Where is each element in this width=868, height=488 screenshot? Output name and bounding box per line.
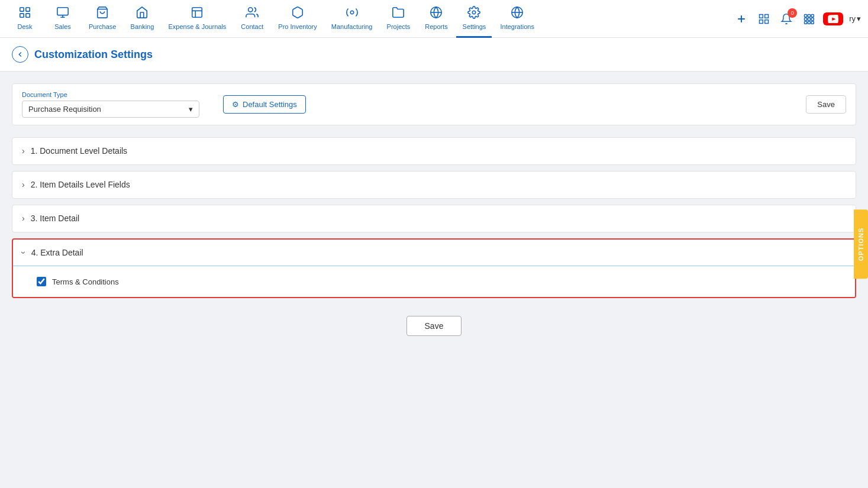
nav-item-projects[interactable]: Projects [380, 0, 416, 38]
integrations-icon [511, 6, 524, 22]
accordion-title-2: 2. Item Details Level Fields [31, 180, 130, 189]
accordion-chevron-1: › [22, 146, 25, 156]
nav-item-desk[interactable]: Desk [7, 0, 43, 38]
svg-rect-27 [811, 18, 814, 20]
page-title: Customization Settings [34, 49, 153, 61]
options-tab-label: OPTIONS [854, 209, 868, 279]
accordion-section-1: › 1. Document Level Details [12, 137, 856, 165]
svg-rect-28 [805, 21, 807, 24]
svg-rect-2 [20, 13, 24, 17]
accordion-title-4: 4. Extra Detail [31, 248, 83, 257]
nav-label-settings: Settings [463, 23, 486, 30]
svg-rect-24 [811, 14, 814, 17]
accordion-header-3[interactable]: › 3. Item Detail [12, 205, 856, 232]
nav-label-manufacturing: Manufacturing [331, 23, 373, 30]
document-type-chevron-icon: ▾ [189, 105, 193, 114]
banking-icon [135, 6, 149, 22]
nav-label-expense: Expense & Journals [168, 23, 226, 30]
nav-item-sales[interactable]: Sales [45, 0, 80, 38]
nav-item-banking[interactable]: Banking [124, 0, 160, 38]
user-label: ry [849, 14, 856, 23]
accordion-section-2: › 2. Item Details Level Fields [12, 171, 856, 199]
top-navigation: Desk Sales Purchase Banking Expense & Jo… [0, 0, 868, 38]
svg-rect-30 [811, 21, 814, 24]
projects-icon [392, 6, 405, 22]
svg-rect-25 [805, 18, 807, 20]
nav-item-purchase[interactable]: Purchase [83, 0, 122, 38]
document-type-field: Document Type Purchase Requisition ▾ [22, 91, 211, 118]
svg-rect-22 [805, 14, 807, 17]
svg-point-10 [350, 11, 354, 14]
document-type-label: Document Type [22, 91, 211, 98]
svg-rect-1 [26, 7, 30, 11]
nav-item-integrations[interactable]: Integrations [494, 0, 540, 38]
default-settings-label: Default Settings [243, 100, 297, 109]
desk-icon [18, 6, 31, 22]
nav-item-proinventory[interactable]: Pro Inventory [272, 0, 322, 38]
document-type-select[interactable]: Purchase Requisition ▾ [22, 101, 199, 118]
save-section: Save [12, 304, 856, 348]
svg-rect-21 [765, 20, 769, 23]
terms-conditions-row: Terms & Conditions [37, 273, 831, 290]
save-button-bottom[interactable]: Save [406, 316, 462, 336]
sales-icon [56, 6, 69, 22]
accordion-header-1[interactable]: › 1. Document Level Details [12, 138, 856, 164]
terms-conditions-label: Terms & Conditions [52, 277, 119, 286]
document-type-row: Document Type Purchase Requisition ▾ ⚙ D… [12, 83, 856, 125]
document-type-value: Purchase Requisition [28, 105, 101, 114]
notification-badge: 0 [788, 8, 797, 18]
svg-rect-26 [808, 18, 810, 20]
svg-point-13 [473, 11, 476, 14]
notification-button[interactable]: 0 [778, 11, 795, 27]
nav-item-manufacturing[interactable]: Manufacturing [325, 0, 379, 38]
accordion-body-4: Terms & Conditions [13, 266, 855, 297]
nav-label-banking: Banking [131, 23, 154, 30]
nav-item-reports[interactable]: Reports [418, 0, 454, 38]
accordion-header-2[interactable]: › 2. Item Details Level Fields [12, 172, 856, 198]
svg-rect-18 [760, 14, 763, 18]
terms-conditions-checkbox[interactable] [37, 277, 46, 286]
user-menu-button[interactable]: ry ▾ [849, 14, 861, 23]
manufacturing-icon [346, 6, 359, 22]
svg-point-9 [249, 7, 253, 11]
svg-rect-23 [808, 14, 810, 17]
nav-item-settings[interactable]: Settings [456, 0, 492, 38]
svg-rect-29 [808, 21, 810, 24]
grid-view-button[interactable] [756, 11, 772, 27]
nav-label-reports: Reports [425, 23, 448, 30]
nav-item-contact[interactable]: Contact [234, 0, 270, 38]
nav-label-proinventory: Pro Inventory [278, 23, 317, 30]
add-button[interactable] [733, 11, 750, 27]
svg-rect-6 [192, 7, 202, 17]
nav-items: Desk Sales Purchase Banking Expense & Jo… [7, 0, 733, 38]
nav-label-sales: Sales [54, 23, 71, 30]
nav-label-integrations: Integrations [500, 23, 534, 30]
page-header: Customization Settings [0, 38, 868, 72]
nav-label-contact: Contact [241, 23, 263, 30]
nav-label-desk: Desk [17, 23, 32, 30]
apps-grid-button[interactable] [801, 11, 817, 27]
nav-label-projects: Projects [387, 23, 411, 30]
svg-rect-0 [20, 7, 24, 11]
accordion-header-4[interactable]: › 4. Extra Detail [13, 240, 855, 266]
options-sidebar[interactable]: OPTIONS [854, 209, 868, 279]
nav-label-purchase: Purchase [89, 23, 116, 30]
svg-rect-4 [57, 7, 68, 15]
accordion-chevron-4: › [19, 251, 28, 254]
svg-rect-20 [760, 20, 763, 23]
settings-body: Document Type Purchase Requisition ▾ ⚙ D… [0, 72, 868, 360]
settings-icon [467, 6, 480, 22]
youtube-button[interactable] [823, 12, 843, 25]
accordion-title-1: 1. Document Level Details [31, 146, 127, 156]
reports-icon [430, 6, 443, 22]
nav-item-expense[interactable]: Expense & Journals [162, 0, 232, 38]
proinventory-icon [291, 6, 304, 22]
purchase-icon [96, 6, 109, 22]
nav-right: 0 ry ▾ [733, 11, 861, 27]
accordion-section-3: › 3. Item Detail [12, 205, 856, 232]
page-content: Customization Settings Document Type Pur… [0, 38, 868, 360]
save-button-top[interactable]: Save [806, 95, 846, 114]
default-settings-button[interactable]: ⚙ Default Settings [223, 95, 306, 114]
back-button[interactable] [12, 46, 28, 63]
expense-icon [191, 6, 204, 22]
